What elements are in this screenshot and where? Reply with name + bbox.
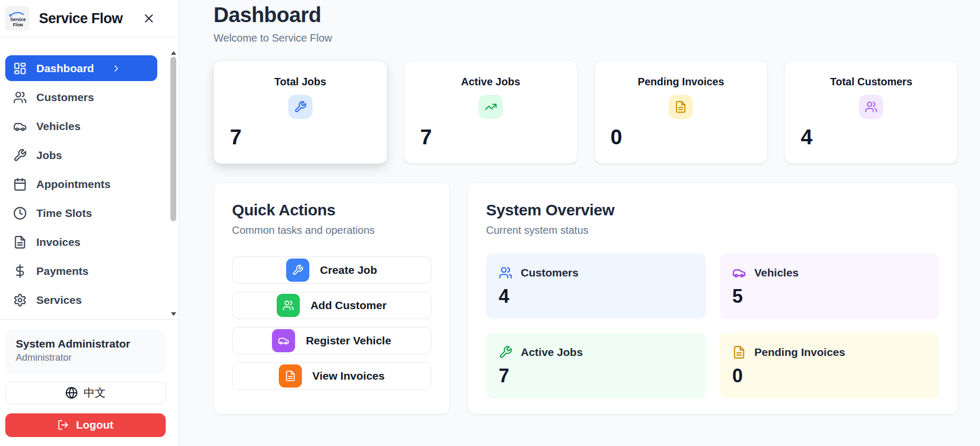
overview-tile-customers: Customers 4	[486, 253, 706, 319]
quick-actions-subtitle: Common tasks and operations	[232, 224, 431, 236]
calendar-icon	[13, 177, 27, 191]
sidebar-item-dashboard[interactable]: Dashboard	[5, 55, 157, 81]
system-overview-title: System Overview	[486, 201, 939, 219]
overview-tiles: Customers 4 Vehicles 5 Active Jobs 7 Pen…	[486, 253, 939, 399]
close-icon	[142, 12, 156, 25]
stat-card-total-customers: Total Customers 4	[784, 61, 958, 164]
stat-card-active-jobs: Active Jobs 7	[404, 61, 578, 164]
view-invoices-button[interactable]: View Invoices	[232, 362, 431, 390]
user-name: System Administrator	[16, 338, 155, 350]
language-toggle-button[interactable]: 中文	[5, 382, 166, 404]
register-vehicle-button[interactable]: Register Vehicle	[232, 327, 431, 354]
stat-card-title: Total Customers	[830, 76, 912, 88]
system-overview-panel: System Overview Current system status Cu…	[468, 183, 958, 414]
sidebar-item-appointments[interactable]: Appointments	[5, 171, 157, 197]
stats-row: Total Jobs 7 Active Jobs 7 Pending Invoi…	[214, 61, 958, 164]
sidebar-scrollbar[interactable]	[170, 51, 177, 316]
logout-button[interactable]: Logout	[5, 413, 166, 437]
trending-up-icon	[484, 101, 497, 113]
file-text-icon	[674, 101, 687, 113]
logout-icon	[57, 419, 69, 431]
overview-tile-active-jobs: Active Jobs 7	[486, 333, 706, 399]
user-card: System Administrator Administrator	[5, 330, 166, 373]
logo-text-line2: Flow	[13, 22, 24, 27]
sidebar-item-label: Customers	[36, 91, 94, 104]
stat-card-pending-invoices: Pending Invoices 0	[594, 61, 768, 164]
scrollbar-up-arrow[interactable]	[171, 51, 176, 55]
scrollbar-down-arrow[interactable]	[171, 312, 176, 316]
stat-card-title: Total Jobs	[275, 76, 327, 88]
users-icon	[282, 300, 294, 311]
sidebar-item-label: Invoices	[36, 236, 80, 249]
car-logo-icon: Service Flow	[6, 7, 28, 29]
sidebar-item-label: Jobs	[36, 149, 62, 162]
overview-tile-label: Vehicles	[754, 266, 799, 279]
page-title: Dashboard	[214, 3, 958, 26]
chevron-right-icon	[111, 63, 122, 74]
car-icon-badge	[272, 329, 295, 352]
sidebar-item-invoices[interactable]: Invoices	[5, 229, 157, 255]
add-customer-button[interactable]: Add Customer	[232, 292, 431, 319]
sidebar-item-customers[interactable]: Customers	[5, 84, 157, 110]
gear-icon	[13, 293, 27, 307]
quick-actions-panel: Quick Actions Common tasks and operation…	[214, 183, 450, 414]
sidebar-divider	[0, 319, 179, 320]
sidebar-item-jobs[interactable]: Jobs	[5, 142, 157, 168]
overview-tile-label: Active Jobs	[521, 346, 583, 359]
sidebar-item-payments[interactable]: Payments	[5, 258, 157, 284]
scrollbar-track[interactable]	[170, 55, 177, 312]
sidebar-item-label: Time Slots	[36, 207, 92, 220]
wrench-icon	[294, 101, 307, 113]
file-text-icon	[285, 370, 296, 382]
close-sidebar-button[interactable]	[142, 12, 156, 25]
quick-actions-list: Create Job Add Customer Register Vehicle…	[232, 256, 431, 390]
user-role: Administrator	[16, 352, 155, 363]
app-title: Service Flow	[39, 11, 123, 27]
stat-card-title: Active Jobs	[461, 76, 520, 88]
stat-card-total-jobs: Total Jobs 7	[214, 61, 387, 164]
wrench-icon-badge	[288, 95, 312, 119]
app-logo: Service Flow	[5, 6, 29, 31]
file-text-icon-badge	[279, 364, 302, 388]
stat-card-value: 7	[420, 126, 432, 147]
sidebar-nav: Dashboard Customers Vehicles Jobs Appoin…	[0, 37, 179, 316]
file-text-icon	[732, 345, 746, 359]
layout-dashboard-icon	[13, 62, 27, 75]
overview-tile-value: 4	[499, 287, 693, 306]
sidebar-item-label: Services	[36, 294, 82, 306]
car-icon	[13, 120, 27, 133]
sidebar-item-vehicles[interactable]: Vehicles	[5, 113, 157, 139]
overview-tile-pending-invoices: Pending Invoices 0	[720, 333, 939, 399]
file-text-icon-badge	[669, 95, 693, 119]
sidebar-item-time-slots[interactable]: Time Slots	[5, 200, 157, 226]
stat-card-value: 7	[230, 126, 241, 147]
sidebar-item-services[interactable]: Services	[5, 287, 157, 313]
sidebar: Service Flow Service Flow Dashboard Cust…	[0, 0, 179, 446]
car-icon	[732, 266, 746, 280]
sidebar-item-label: Vehicles	[36, 120, 80, 133]
quick-action-label: View Invoices	[312, 370, 385, 382]
overview-tile-label: Pending Invoices	[754, 346, 845, 359]
app-root: Service Flow Service Flow Dashboard Cust…	[0, 0, 980, 446]
quick-action-label: Add Customer	[310, 299, 387, 312]
main-content: Dashboard Welcome to Service Flow Total …	[179, 0, 980, 446]
stat-card-value: 0	[611, 126, 622, 147]
scrollbar-thumb[interactable]	[170, 57, 176, 221]
overview-tile-value: 0	[732, 366, 927, 385]
stat-card-value: 4	[801, 126, 812, 147]
overview-tile-vehicles: Vehicles 5	[720, 253, 939, 319]
users-icon-badge	[277, 294, 300, 317]
sidebar-item-label: Dashboard	[36, 62, 94, 75]
language-label: 中文	[84, 385, 106, 400]
sidebar-header: Service Flow Service Flow	[0, 0, 179, 37]
trending-up-icon-badge	[479, 95, 503, 119]
system-overview-subtitle: Current system status	[486, 224, 939, 236]
sidebar-item-label: Appointments	[36, 178, 110, 191]
wrench-icon-badge	[286, 259, 309, 282]
quick-actions-title: Quick Actions	[232, 201, 431, 219]
globe-icon	[65, 386, 78, 399]
create-job-button[interactable]: Create Job	[232, 256, 431, 284]
users-icon	[499, 266, 512, 280]
users-icon-badge	[859, 95, 883, 119]
users-icon	[865, 101, 877, 113]
